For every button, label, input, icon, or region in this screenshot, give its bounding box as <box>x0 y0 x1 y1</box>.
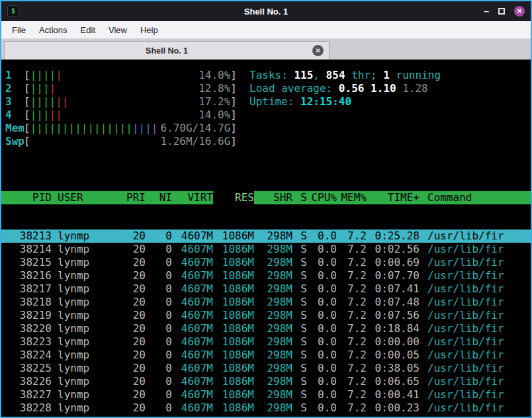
cell-cmd: /usr/lib/fir <box>420 415 531 417</box>
cell-mem: 7.2 <box>337 388 367 401</box>
cell-cmd: /usr/lib/fir <box>420 349 531 362</box>
table-row[interactable]: 38220lynmp2004607M1086M298MS0.07.20:18.8… <box>1 322 531 335</box>
table-row[interactable]: 38225lynmp2004607M1086M298MS0.07.20:38.0… <box>1 362 531 375</box>
cell-user: lynmp <box>52 282 114 296</box>
cell-res: 1086M <box>213 415 254 417</box>
cell-pid: 38220 <box>5 322 52 335</box>
cell-pri: 20 <box>114 375 146 388</box>
cell-mem: 7.2 <box>337 282 367 296</box>
table-row[interactable]: 38228lynmp2004607M1086M298MS0.07.20:00.2… <box>1 401 531 415</box>
meter-value: 1.26M/16.6G <box>160 135 230 148</box>
column-header-pri[interactable]: PRI <box>114 191 146 204</box>
cell-pri: 20 <box>114 256 146 269</box>
terminal-output[interactable]: 1[|||||14.0%]2[||||12.8%]3[||||||17.2%]4… <box>1 60 531 417</box>
meter-bar: | <box>120 122 126 135</box>
column-header-mem[interactable]: MEM% <box>337 191 367 204</box>
cell-pid: 38218 <box>5 296 52 309</box>
column-header-cpu[interactable]: CPU% <box>307 191 337 204</box>
column-header-cmd[interactable]: Command <box>420 191 531 204</box>
tab-shell-no-1[interactable]: Shell No. 1 ✕ <box>4 41 330 60</box>
table-row[interactable]: 38229lynmp2004607M1086M298MS0.07.20:00.2… <box>1 415 531 417</box>
summary-text: 1.10 <box>371 82 402 95</box>
menu-item-file[interactable]: File <box>5 22 32 38</box>
cell-pid: 38216 <box>5 269 52 282</box>
tab-strip: Shell No. 1 ✕ <box>1 39 531 60</box>
column-header-user[interactable]: USER <box>52 191 114 204</box>
tab-close-icon[interactable]: ✕ <box>312 45 324 56</box>
cell-user: lynmp <box>52 388 114 401</box>
cell-time: 0:00.69 <box>367 256 420 269</box>
cell-pid: 38223 <box>5 335 52 349</box>
cell-s: S <box>292 243 307 256</box>
table-row[interactable]: 38218lynmp2004607M1086M298MS0.07.20:07.4… <box>1 296 531 309</box>
cell-mem: 7.2 <box>337 230 367 243</box>
maximize-button[interactable] <box>498 8 505 15</box>
cell-pid: 38214 <box>5 243 52 256</box>
meter-body: ||||12.8% <box>30 82 231 95</box>
cell-cpu: 0.0 <box>307 388 337 401</box>
table-row[interactable]: 38223lynmp2004607M1086M298MS0.07.20:00.0… <box>1 335 531 349</box>
terminal-window: $ Shell No. 1 – ✕ FileActionsEditViewHel… <box>0 0 532 418</box>
menu-item-view[interactable]: View <box>102 22 134 38</box>
cell-res: 1086M <box>213 335 254 349</box>
minimize-button[interactable]: – <box>484 7 489 16</box>
meter-bar: | <box>139 122 146 135</box>
column-header-shr[interactable]: SHR <box>254 191 292 204</box>
cell-ni: 0 <box>146 230 172 243</box>
summary-line-1: Load average: 0.56 1.10 1.28 <box>249 82 441 95</box>
column-header-res[interactable]: RES <box>213 191 254 204</box>
table-row[interactable]: 38226lynmp2004607M1086M298MS0.07.20:06.6… <box>1 375 531 388</box>
cell-time: 0:25.28 <box>367 230 420 243</box>
cell-time: 0:07.56 <box>367 309 420 322</box>
terminal-icon: $ <box>7 5 19 17</box>
meter-bar: | <box>145 122 152 135</box>
meter-bar: | <box>68 122 75 135</box>
meter-bars: ||||| <box>30 69 62 82</box>
table-row[interactable]: 38215lynmp2004607M1086M298MS0.07.20:00.6… <box>1 256 531 269</box>
cell-res: 1086M <box>213 322 254 335</box>
bracket-close: ] <box>230 82 237 95</box>
meter-label: 2 <box>5 82 24 95</box>
table-row[interactable]: 38214lynmp2004607M1086M298MS0.07.20:02.5… <box>1 243 531 256</box>
bracket-open: [ <box>24 69 30 82</box>
cell-virt: 4607M <box>172 388 213 401</box>
cell-time: 0:00.23 <box>367 401 420 415</box>
bracket-close: ] <box>230 95 237 108</box>
cell-time: 0:18.84 <box>367 322 420 335</box>
column-header-virt[interactable]: VIRT <box>172 191 213 204</box>
cell-cmd: /usr/lib/fir <box>420 362 531 375</box>
column-header-ni[interactable]: NI <box>146 191 172 204</box>
meter-bar: | <box>30 69 37 82</box>
close-button[interactable]: ✕ <box>514 6 525 17</box>
table-row[interactable]: 38224lynmp2004607M1086M298MS0.07.20:00.0… <box>1 349 531 362</box>
cell-cpu: 0.0 <box>307 282 337 296</box>
menu-item-actions[interactable]: Actions <box>32 22 74 38</box>
table-row[interactable]: 38217lynmp2004607M1086M298MS0.07.20:07.4… <box>1 282 531 296</box>
cell-s: S <box>292 309 307 322</box>
title-bar[interactable]: $ Shell No. 1 – ✕ <box>1 1 531 21</box>
cell-shr: 298M <box>254 296 292 309</box>
cell-user: lynmp <box>52 309 114 322</box>
column-header-time[interactable]: TIME+ <box>367 191 420 204</box>
meter-gauge: [||||12.8%] <box>24 82 237 95</box>
cell-time: 0:07.41 <box>367 282 420 296</box>
bracket-open: [ <box>24 135 30 148</box>
column-header-s[interactable]: S <box>292 191 307 204</box>
meter-label: Mem <box>5 122 24 135</box>
table-row[interactable]: 38227lynmp2004607M1086M298MS0.07.20:00.4… <box>1 388 531 401</box>
cell-shr: 298M <box>254 375 292 388</box>
column-header-pid[interactable]: PID <box>5 191 52 204</box>
cell-user: lynmp <box>52 256 114 269</box>
cell-s: S <box>292 256 307 269</box>
cell-pid: 38213 <box>5 230 52 243</box>
summary-text: 0.56 <box>339 82 371 95</box>
table-row[interactable]: 38219lynmp2004607M1086M298MS0.07.20:07.5… <box>1 309 531 322</box>
meter-bar: | <box>36 82 43 95</box>
cell-s: S <box>292 230 307 243</box>
menu-item-help[interactable]: Help <box>134 22 165 38</box>
menu-item-edit[interactable]: Edit <box>74 22 102 38</box>
table-row[interactable]: 38213lynmp2004607M1086M298MS0.07.20:25.2… <box>1 230 531 243</box>
table-row[interactable]: 38216lynmp2004607M1086M298MS0.07.20:07.7… <box>1 269 531 282</box>
meter-bar: | <box>30 108 37 122</box>
cell-ni: 0 <box>146 269 172 282</box>
